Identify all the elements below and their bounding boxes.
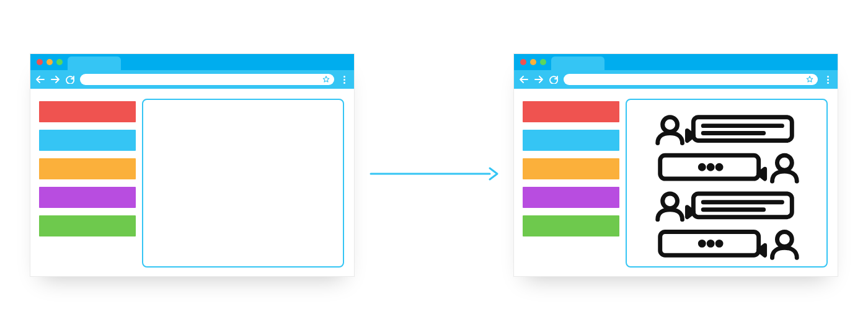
svg-rect-2: [693, 117, 792, 141]
svg-point-7: [709, 165, 712, 169]
url-bar[interactable]: [564, 74, 818, 85]
sidebar-item[interactable]: [39, 130, 136, 151]
toolbar: [30, 70, 354, 89]
back-icon[interactable]: [519, 74, 529, 84]
close-window-control[interactable]: [37, 59, 43, 65]
reload-icon[interactable]: [65, 74, 75, 84]
svg-point-15: [700, 241, 704, 245]
sidebar-item[interactable]: [39, 158, 136, 179]
sidebar: [39, 99, 136, 268]
toolbar: [514, 70, 838, 89]
reload-icon[interactable]: [549, 74, 559, 84]
back-icon[interactable]: [35, 74, 45, 84]
page-content: [30, 89, 354, 276]
maximize-window-control[interactable]: [56, 59, 63, 65]
menu-icon[interactable]: [339, 74, 349, 84]
svg-point-16: [709, 241, 712, 245]
tab-bar: [30, 54, 354, 70]
sidebar-item[interactable]: [39, 101, 136, 122]
svg-point-1: [663, 117, 678, 132]
sidebar: [523, 99, 619, 268]
url-bar[interactable]: [80, 74, 334, 85]
sidebar-item[interactable]: [39, 187, 136, 208]
svg-point-6: [700, 165, 704, 169]
svg-point-9: [777, 155, 792, 170]
browser-tab[interactable]: [551, 56, 604, 70]
minimize-window-control[interactable]: [46, 59, 53, 65]
maximize-window-control[interactable]: [540, 59, 546, 65]
arrow-icon: [370, 165, 500, 185]
sidebar-item[interactable]: [523, 215, 619, 236]
sidebar-item[interactable]: [523, 130, 619, 151]
browser-window-after: [513, 53, 838, 277]
content-panel-chat: [626, 99, 828, 268]
page-content: [514, 89, 838, 276]
content-panel-empty: [142, 99, 344, 268]
minimize-window-control[interactable]: [530, 59, 536, 65]
star-icon[interactable]: [322, 75, 330, 86]
forward-icon[interactable]: [50, 74, 60, 84]
diagram-stage: [0, 0, 868, 324]
svg-point-8: [717, 165, 721, 169]
svg-point-17: [717, 241, 721, 245]
sidebar-item[interactable]: [523, 187, 619, 208]
svg-point-10: [663, 194, 678, 209]
tab-bar: [514, 54, 838, 70]
svg-rect-11: [693, 194, 792, 217]
star-icon[interactable]: [805, 75, 814, 86]
sidebar-item[interactable]: [523, 101, 619, 122]
close-window-control[interactable]: [520, 59, 526, 65]
forward-icon[interactable]: [534, 74, 544, 84]
svg-point-18: [777, 232, 792, 246]
sidebar-item[interactable]: [523, 158, 619, 179]
menu-icon[interactable]: [823, 74, 833, 84]
browser-window-before: [30, 53, 355, 277]
chat-illustration: [634, 109, 819, 261]
browser-tab[interactable]: [68, 56, 121, 70]
sidebar-item[interactable]: [39, 215, 136, 236]
